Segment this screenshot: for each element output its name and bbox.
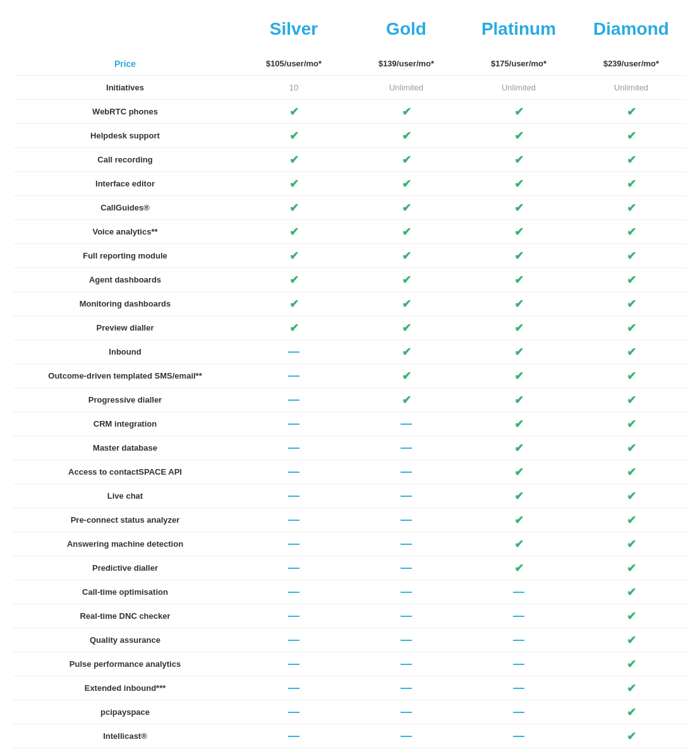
feature-row: Intellicast®———✔ — [13, 724, 687, 748]
check-icon: ✔ — [402, 250, 411, 262]
plan-name-diamond: Diamond — [575, 13, 687, 46]
dash-icon: — — [288, 561, 299, 574]
feature-cell-platinum: ✔ — [462, 485, 575, 507]
feature-cell-diamond: ✔ — [575, 317, 687, 339]
dash-icon: — — [401, 609, 412, 622]
check-icon: ✔ — [627, 730, 636, 743]
feature-cell-gold: — — [350, 461, 462, 482]
feature-cell-gold: — — [350, 533, 462, 554]
feature-cell-silver: — — [238, 630, 350, 650]
check-icon: ✔ — [289, 322, 299, 334]
dash-icon: — — [401, 705, 412, 718]
feature-label: Predictive dialler — [13, 559, 238, 576]
feature-cell-gold: ✔ — [350, 365, 462, 387]
feature-cell-gold: — — [350, 630, 462, 650]
feature-cell-silver: ✔ — [238, 173, 350, 195]
check-icon: ✔ — [627, 490, 636, 502]
feature-cell-diamond: ✔ — [575, 606, 687, 627]
feature-cell-platinum: ✔ — [462, 341, 575, 363]
dash-icon: — — [288, 465, 299, 478]
check-icon: ✔ — [289, 202, 299, 214]
check-icon: ✔ — [402, 322, 411, 334]
check-icon: ✔ — [402, 274, 411, 286]
check-icon: ✔ — [627, 418, 636, 430]
check-icon: ✔ — [402, 178, 411, 190]
feature-label: pcipayspace — [13, 703, 238, 721]
feature-row: Call recording✔✔✔✔ — [13, 148, 687, 172]
feature-cell-diamond: ✔ — [575, 557, 687, 579]
feature-cell-gold: — — [350, 726, 462, 746]
dash-icon: — — [513, 633, 524, 646]
check-icon: ✔ — [402, 154, 411, 166]
check-icon: ✔ — [402, 298, 411, 310]
feature-row: Inbound—✔✔✔ — [13, 340, 687, 364]
feature-cell-silver: — — [238, 437, 350, 458]
feature-cell-gold: ✔ — [350, 197, 462, 219]
feature-cell-silver: — — [238, 533, 350, 554]
feature-row: Agent dashboards✔✔✔✔ — [13, 268, 687, 292]
feature-cell-platinum: ✔ — [462, 149, 575, 171]
check-icon: ✔ — [289, 178, 299, 190]
price-platinum: $175/user/mo* — [462, 55, 575, 72]
dash-icon: — — [401, 513, 412, 526]
dash-icon: — — [513, 681, 524, 694]
feature-cell-silver: ✔ — [238, 101, 350, 123]
feature-cell-diamond: ✔ — [575, 125, 687, 147]
feature-cell-diamond: ✔ — [575, 702, 687, 723]
feature-row: CRM integration——✔✔ — [13, 412, 687, 436]
check-icon: ✔ — [514, 490, 524, 502]
feature-cell-gold: — — [350, 485, 462, 506]
feature-cell-platinum: ✔ — [462, 173, 575, 195]
feature-label: Interface editor — [13, 175, 238, 192]
feature-cell-platinum: — — [462, 630, 575, 650]
price-label: Price — [13, 55, 238, 73]
feature-cell-gold: — — [350, 413, 462, 434]
dash-icon: — — [513, 657, 524, 670]
check-icon: ✔ — [402, 106, 411, 118]
feature-cell-platinum: ✔ — [462, 125, 575, 147]
feature-value: Unlimited — [614, 83, 648, 92]
feature-row: Master database——✔✔ — [13, 436, 687, 460]
feature-cell-gold: ✔ — [350, 149, 462, 171]
feature-cell-platinum: — — [462, 702, 575, 722]
feature-cell-gold: Unlimited — [350, 79, 462, 96]
check-icon: ✔ — [402, 226, 411, 238]
feature-row: Call-time optimisation———✔ — [13, 580, 687, 604]
dash-icon: — — [401, 537, 412, 550]
check-icon: ✔ — [627, 226, 636, 238]
feature-cell-silver: — — [238, 341, 350, 362]
plan-name-platinum: Platinum — [462, 13, 575, 46]
feature-cell-diamond: ✔ — [575, 197, 687, 219]
feature-label: Initiatives — [13, 79, 238, 96]
feature-cell-diamond: ✔ — [575, 726, 687, 747]
check-icon: ✔ — [627, 562, 636, 575]
feature-cell-silver: ✔ — [238, 245, 350, 267]
feature-cell-silver: — — [238, 461, 350, 482]
dash-icon: — — [288, 705, 299, 718]
feature-label: Call recording — [13, 151, 238, 168]
check-icon: ✔ — [514, 466, 524, 478]
dash-icon: — — [288, 393, 299, 406]
feature-cell-platinum: ✔ — [462, 437, 575, 459]
feature-cell-platinum: — — [462, 606, 575, 626]
check-icon: ✔ — [514, 442, 524, 454]
feature-cell-diamond: ✔ — [575, 365, 687, 387]
feature-cell-silver: — — [238, 485, 350, 506]
dash-icon: — — [401, 489, 412, 502]
check-icon: ✔ — [627, 154, 636, 166]
feature-row: Live chat——✔✔ — [13, 484, 687, 508]
check-icon: ✔ — [289, 106, 299, 118]
check-icon: ✔ — [289, 298, 299, 310]
price-silver: $105/user/mo* — [238, 55, 350, 72]
feature-row: Access to contactSPACE API——✔✔ — [13, 460, 687, 484]
feature-row: Real-time DNC checker———✔ — [13, 604, 687, 628]
feature-cell-gold: — — [350, 702, 462, 722]
feature-cell-gold: ✔ — [350, 173, 462, 195]
feature-row: CallGuides®✔✔✔✔ — [13, 196, 687, 220]
check-icon: ✔ — [627, 634, 636, 647]
feature-row: Pulse performance analytics———✔ — [13, 652, 687, 676]
dash-icon: — — [288, 633, 299, 646]
feature-row: Answering machine detection——✔✔ — [13, 532, 687, 556]
check-icon: ✔ — [289, 226, 299, 238]
dash-icon: — — [288, 585, 299, 598]
